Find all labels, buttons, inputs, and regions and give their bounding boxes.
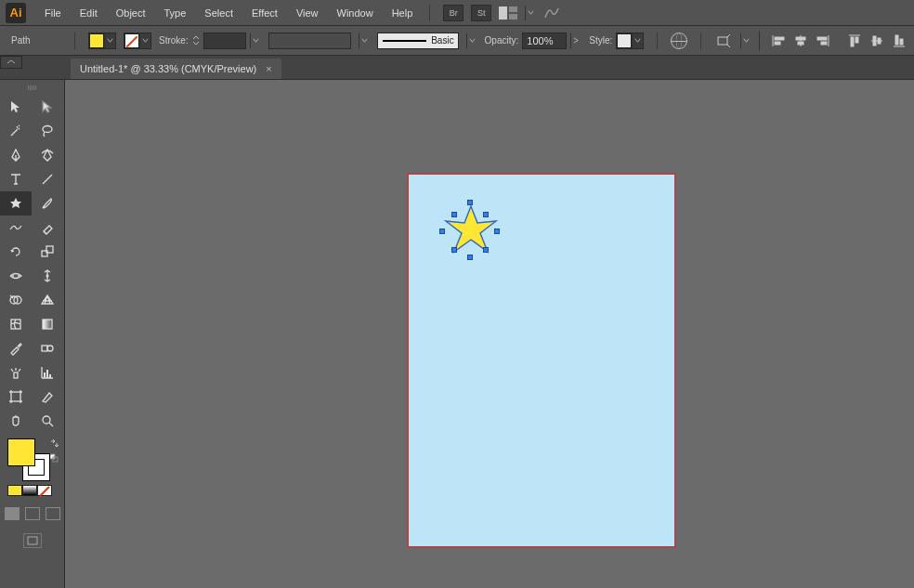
menu-window[interactable]: Window (330, 4, 381, 22)
color-mode-gradient[interactable] (22, 485, 37, 496)
shape-builder-tool[interactable] (0, 288, 32, 312)
recolor-artwork-button[interactable] (671, 33, 687, 49)
align-top-button[interactable] (845, 32, 864, 50)
hand-tool[interactable] (0, 409, 32, 433)
menu-select[interactable]: Select (197, 4, 241, 22)
document-tab[interactable]: Untitled-1* @ 33.33% (CMYK/Preview) × (71, 59, 281, 79)
paintbrush-tool[interactable] (32, 191, 63, 216)
perspective-grid-tool[interactable] (32, 288, 63, 312)
align-right-button[interactable] (814, 32, 832, 50)
draw-behind-button[interactable] (25, 507, 40, 520)
selection-handle[interactable] (467, 200, 473, 205)
magic-wand-tool[interactable] (0, 119, 32, 143)
chevron-down-icon[interactable] (740, 33, 751, 48)
screen-mode-button[interactable] (23, 533, 42, 548)
selection-tool[interactable] (0, 95, 32, 119)
artboard[interactable] (407, 173, 676, 548)
selection-handle[interactable] (494, 229, 500, 234)
menu-bar: Ai File Edit Object Type Select Effect V… (0, 0, 914, 26)
menu-edit[interactable]: Edit (72, 4, 105, 22)
brush-line-preview (383, 40, 426, 42)
collapse-panel-stub[interactable] (0, 56, 22, 69)
chevron-down-icon[interactable] (466, 33, 477, 48)
width-tool[interactable] (0, 264, 32, 288)
slice-tool[interactable] (32, 385, 63, 409)
align-bottom-button[interactable] (890, 32, 908, 50)
svg-point-33 (47, 346, 53, 351)
star-shape-selected[interactable] (442, 203, 500, 262)
shaper-tool[interactable] (0, 216, 32, 240)
stock-button[interactable]: St (471, 5, 491, 21)
style-swatch (617, 33, 632, 48)
free-transform-tool[interactable] (32, 264, 63, 288)
draw-normal-button[interactable] (5, 507, 20, 520)
selection-handle[interactable] (451, 212, 457, 217)
svg-rect-37 (49, 374, 51, 378)
arrange-dropdown[interactable] (525, 6, 536, 20)
menu-help[interactable]: Help (385, 4, 421, 22)
star-tool[interactable] (0, 191, 32, 216)
svg-point-27 (46, 275, 49, 278)
chevron-down-icon (139, 33, 150, 48)
stroke-color-picker[interactable] (124, 33, 151, 49)
panel-grip[interactable] (0, 85, 64, 93)
app-logo: Ai (6, 3, 26, 23)
opacity-field[interactable]: 100% (522, 33, 567, 49)
blend-tool[interactable] (32, 336, 63, 360)
stroke-weight-field[interactable] (203, 33, 246, 49)
menu-object[interactable]: Object (109, 4, 153, 22)
selection-handle[interactable] (483, 247, 489, 253)
symbol-sprayer-tool[interactable] (0, 360, 32, 385)
transform-panel-button[interactable] (714, 32, 733, 50)
gpu-preview-icon[interactable] (543, 5, 560, 21)
pen-tool[interactable] (0, 143, 32, 167)
close-tab-button[interactable]: × (266, 63, 271, 74)
draw-inside-button[interactable] (46, 507, 60, 520)
separator (74, 33, 75, 49)
svg-rect-20 (895, 35, 898, 45)
color-mode-none[interactable] (37, 485, 52, 496)
chevron-down-icon[interactable] (359, 33, 370, 48)
artboard-tool[interactable] (0, 385, 32, 409)
fill-color-swatch[interactable] (7, 438, 35, 466)
stroke-stepper[interactable] (192, 35, 200, 46)
column-graph-tool[interactable] (32, 360, 63, 385)
selection-handle[interactable] (467, 255, 473, 260)
graphic-style-picker[interactable] (616, 33, 644, 49)
selection-handle[interactable] (483, 212, 489, 217)
menu-type[interactable]: Type (157, 4, 194, 22)
lasso-tool[interactable] (32, 119, 63, 143)
menu-view[interactable]: View (289, 4, 326, 22)
line-tool[interactable] (32, 167, 63, 191)
chevron-down-icon[interactable] (250, 33, 261, 48)
svg-rect-31 (43, 320, 52, 329)
opacity-slider-toggle[interactable] (570, 33, 581, 48)
svg-rect-15 (855, 37, 858, 43)
bridge-button[interactable]: Br (443, 5, 464, 21)
fill-color-picker[interactable] (88, 33, 116, 49)
menu-effect[interactable]: Effect (244, 4, 285, 22)
mesh-tool[interactable] (0, 312, 32, 336)
brush-label: Basic (431, 35, 457, 46)
gradient-tool[interactable] (32, 312, 63, 336)
selection-handle[interactable] (451, 247, 457, 253)
menu-file[interactable]: File (37, 4, 69, 22)
direct-selection-tool[interactable] (32, 95, 63, 119)
swap-fill-stroke-icon[interactable] (49, 438, 59, 448)
type-tool[interactable] (0, 167, 32, 191)
color-mode-color[interactable] (7, 485, 22, 496)
eraser-tool[interactable] (32, 216, 63, 240)
canvas-area[interactable] (65, 80, 914, 588)
brush-definition[interactable]: Basic (377, 33, 459, 49)
curvature-tool[interactable] (32, 143, 63, 167)
align-hcenter-button[interactable] (791, 32, 810, 50)
zoom-tool[interactable] (32, 409, 63, 433)
eyedropper-tool[interactable] (0, 336, 32, 360)
selection-handle[interactable] (439, 229, 445, 234)
align-left-button[interactable] (769, 32, 788, 50)
scale-tool[interactable] (32, 240, 63, 264)
align-vcenter-button[interactable] (868, 32, 886, 50)
arrange-documents-button[interactable] (499, 7, 517, 20)
variable-width-profile[interactable] (268, 33, 352, 49)
rotate-tool[interactable] (0, 240, 32, 264)
